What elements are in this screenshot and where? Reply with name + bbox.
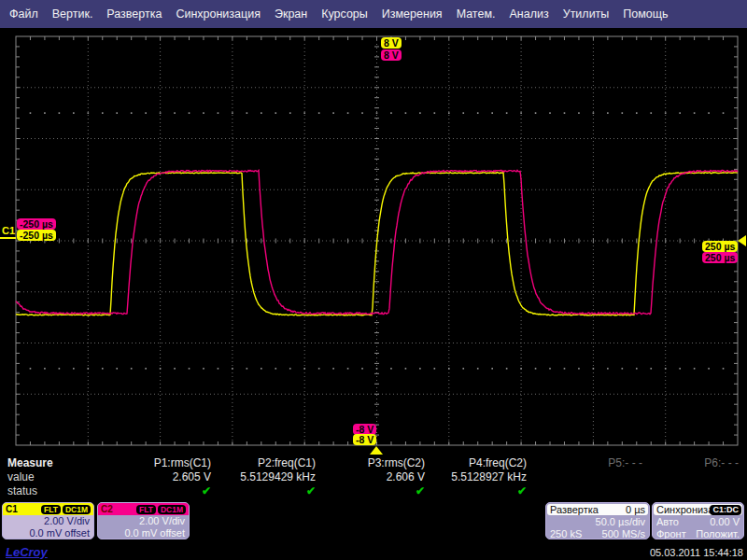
measure-param-cell[interactable]: P2:freq(C1) bbox=[213, 456, 317, 469]
measure-param-cell[interactable]: P1:rms(C1) bbox=[82, 456, 213, 469]
measure-status-cell: ✔ bbox=[317, 484, 427, 497]
trigger-slope: Положит. bbox=[696, 528, 740, 539]
oscilloscope-screen: ФайлВертик.РазверткаСинхронизацияЭкранКу… bbox=[0, 0, 747, 560]
measure-value-cell: 5.5129429 kHz bbox=[213, 470, 317, 483]
trigger-time-marker-icon[interactable] bbox=[370, 446, 383, 455]
trigger-dialog[interactable]: Синхрониза C1:DC Авто 0.00 V Фронт Полож… bbox=[652, 502, 744, 539]
channel-c2-header[interactable]: C2 FLT DC1M bbox=[98, 503, 189, 515]
timebase-dialog[interactable]: Развертка 0 µs 50.0 µs/div 250 kS 500 MS… bbox=[545, 502, 650, 539]
measure-status-cell: ✔ bbox=[427, 484, 529, 497]
channel-c2-dialog[interactable]: C2 FLT DC1M 2.00 V/div 0.0 mV offset bbox=[97, 502, 190, 539]
measure-value-cell: 2.605 V bbox=[82, 470, 213, 483]
channel-c1-offset: 0.0 mV offset bbox=[3, 527, 93, 539]
cursor-badge-right-c2[interactable]: 250 µs bbox=[702, 252, 738, 263]
measure-param-cell[interactable]: P5:- - - bbox=[529, 456, 644, 469]
trigger-header[interactable]: Синхрониза C1:DC bbox=[654, 504, 742, 515]
measure-value-label: value bbox=[0, 470, 82, 483]
channel-c1-label: C1 bbox=[2, 225, 15, 236]
measure-status-row: status ✔✔✔✔ bbox=[0, 483, 747, 497]
check-icon: ✔ bbox=[517, 484, 527, 497]
channel-c1-dialog[interactable]: C1 FLT DC1M 2.00 V/div 0.0 mV offset bbox=[2, 502, 94, 539]
timebase-rate: 500 MS/s bbox=[602, 528, 645, 539]
measure-status-cell: ✔ bbox=[213, 484, 317, 497]
cursor-badge-right-c1[interactable]: 250 µs bbox=[702, 241, 738, 252]
channel-c1-coupling-badge: DC1M bbox=[63, 505, 91, 514]
measure-param-cell[interactable]: P3:rms(C2) bbox=[317, 456, 427, 469]
trigger-source-badge: C1:DC bbox=[710, 505, 741, 515]
channel-c2-coupling-badge: DC1M bbox=[158, 505, 186, 514]
measure-param-cell[interactable]: P6:- - - bbox=[644, 456, 740, 469]
measure-params-row: Measure P1:rms(C1)P2:freq(C1)P3:rms(C2)P… bbox=[0, 455, 747, 469]
check-icon: ✔ bbox=[416, 484, 425, 497]
timebase-samples: 250 kS bbox=[550, 528, 582, 539]
cursor-badge-left-c1[interactable]: -250 µs bbox=[17, 230, 56, 241]
lecroy-logo: LeCroy bbox=[6, 545, 48, 559]
measure-status-cell: ✔ bbox=[82, 484, 213, 497]
channel-c2-filter-badge: FLT bbox=[136, 505, 156, 514]
trigger-title: Синхрониза bbox=[656, 504, 713, 515]
timebase-title: Развертка bbox=[550, 504, 599, 515]
timebase-scale: 50.0 µs/div bbox=[546, 516, 649, 528]
measure-param-cell[interactable]: P4:freq(C2) bbox=[427, 456, 529, 469]
trigger-mode: Авто bbox=[656, 516, 679, 528]
check-icon: ✔ bbox=[306, 484, 316, 497]
measure-status-label: status bbox=[0, 484, 82, 497]
channel-c1-zero-marker[interactable] bbox=[0, 237, 16, 239]
cursor-badge-bottom-c1[interactable]: -8 V bbox=[353, 434, 376, 445]
measure-value-cell: 5.5128927 kHz bbox=[427, 470, 529, 483]
measure-value-cell: 2.606 V bbox=[317, 470, 427, 483]
channel-c1-scale: 2.00 V/div bbox=[3, 515, 93, 527]
trigger-level: 0.00 V bbox=[710, 516, 740, 528]
check-icon: ✔ bbox=[202, 484, 211, 497]
trigger-level-marker-icon[interactable] bbox=[738, 235, 746, 246]
cursor-badge-top-c2[interactable]: 8 V bbox=[381, 49, 402, 61]
channel-c2-scale: 2.00 V/div bbox=[98, 515, 189, 527]
footer-datetime: 05.03.2011 15:44:18 bbox=[650, 547, 743, 558]
footer-bar: LeCroy 05.03.2011 15:44:18 bbox=[0, 545, 747, 560]
channel-c2-id: C2 bbox=[101, 504, 113, 514]
measure-title: Measure bbox=[0, 456, 82, 469]
cursor-badge-left-c2[interactable]: -250 µs bbox=[17, 218, 56, 230]
channel-c2-offset: 0.0 mV offset bbox=[98, 527, 189, 539]
channel-c1-filter-badge: FLT bbox=[41, 505, 61, 514]
timebase-position: 0 µs bbox=[626, 504, 645, 515]
measure-table: Measure P1:rms(C1)P2:freq(C1)P3:rms(C2)P… bbox=[0, 455, 747, 497]
measure-values-row: value 2.605 V5.5129429 kHz2.606 V5.51289… bbox=[0, 469, 747, 483]
channel-c1-id: C1 bbox=[6, 504, 18, 514]
cursor-badge-top-c1[interactable]: 8 V bbox=[381, 37, 402, 49]
timebase-header[interactable]: Развертка 0 µs bbox=[547, 504, 648, 515]
trigger-slope-label: Фронт bbox=[656, 528, 686, 539]
channel-c1-header[interactable]: C1 FLT DC1M bbox=[3, 503, 93, 515]
